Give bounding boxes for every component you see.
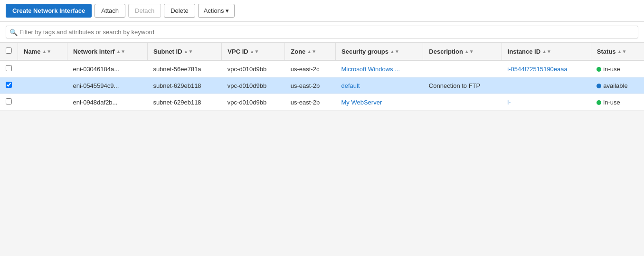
table-header-row: Name▲▼ Network interf▲▼ Subnet ID▲▼ VPC … [0,43,644,60]
sort-arrow-zone: ▲▼ [307,49,316,54]
th-network-interface[interactable]: Network interf▲▼ [67,43,147,60]
cell-zone: us-east-2b [285,77,336,94]
sort-arrow-sg: ▲▼ [390,49,399,54]
table-row[interactable]: eni-0948daf2b...subnet-629eb118vpc-d010d… [0,94,644,111]
cell-subnet-id: subnet-629eb118 [147,94,221,111]
cell-description [423,60,502,77]
row-checkbox-2[interactable] [6,98,12,104]
search-wrapper: 🔍 [6,26,638,38]
cell-instance-id: i- [502,94,591,111]
network-interfaces-table: Name▲▼ Network interf▲▼ Subnet ID▲▼ VPC … [0,43,644,111]
cell-name [18,94,67,111]
cell-subnet-id: subnet-56ee781a [147,60,221,77]
cell-instance-id: i-0544f72515190eaaa [502,60,591,77]
cell-vpc-id: vpc-d010d9bb [222,94,285,111]
cell-security-groups: My WebServer [336,94,423,111]
cell-vpc-id: vpc-d010d9bb [222,60,285,77]
th-description[interactable]: Description▲▼ [423,43,502,60]
actions-button[interactable]: Actions ▾ [198,4,235,18]
cell-description [423,94,502,111]
sort-arrow-eni: ▲▼ [116,49,125,54]
sort-arrow-subnet: ▲▼ [184,49,193,54]
cell-description: Connection to FTP [423,77,502,94]
cell-network-interface: eni-03046184a... [67,60,147,77]
cell-status: in-use [591,94,644,111]
cell-security-groups: default [336,77,423,94]
cell-status: in-use [591,60,644,77]
status-dot [597,100,601,105]
chevron-down-icon: ▾ [226,7,229,14]
sort-arrow-status: ▲▼ [617,49,627,54]
select-all-header[interactable] [0,43,18,60]
th-vpc-id[interactable]: VPC ID▲▼ [222,43,285,60]
cell-network-interface: eni-0948daf2b... [67,94,147,111]
cell-network-interface: eni-0545594c9... [67,77,147,94]
th-instance-id[interactable]: Instance ID▲▼ [502,43,591,60]
search-icon: 🔍 [9,28,18,36]
attach-button[interactable]: Attach [95,4,125,18]
search-input[interactable] [6,26,638,38]
search-bar: 🔍 [0,22,644,43]
cell-status: available [591,77,644,94]
table-row[interactable]: eni-03046184a...subnet-56ee781avpc-d010d… [0,60,644,77]
table-row[interactable]: eni-0545594c9...subnet-629eb118vpc-d010d… [0,77,644,94]
status-dot [597,67,601,72]
row-checkbox-0[interactable] [6,65,12,71]
cell-zone: us-east-2b [285,94,336,111]
delete-button[interactable]: Delete [164,4,195,18]
sort-arrow-desc: ▲▼ [464,49,474,54]
th-name[interactable]: Name▲▼ [18,43,67,60]
sort-arrow-name: ▲▼ [42,49,51,54]
status-dot [597,84,601,88]
sort-arrow-vpc: ▲▼ [250,49,259,54]
cell-name [18,60,67,77]
cell-subnet-id: subnet-629eb118 [147,77,221,94]
th-subnet-id[interactable]: Subnet ID▲▼ [147,43,221,60]
row-checkbox-1[interactable] [6,82,12,88]
create-network-interface-button[interactable]: Create Network Interface [6,4,92,18]
table-container: Name▲▼ Network interf▲▼ Subnet ID▲▼ VPC … [0,43,644,111]
th-security-groups[interactable]: Security groups▲▼ [336,43,423,60]
detach-button: Detach [128,4,161,18]
th-zone[interactable]: Zone▲▼ [285,43,336,60]
toolbar: Create Network Interface Attach Detach D… [0,0,644,22]
cell-zone: us-east-2c [285,60,336,77]
cell-instance-id [502,77,591,94]
sort-arrow-instance: ▲▼ [542,49,551,54]
select-all-checkbox[interactable] [6,47,12,54]
cell-security-groups: Microsoft Windows ... [336,60,423,77]
th-status[interactable]: Status▲▼ [591,43,644,60]
cell-vpc-id: vpc-d010d9bb [222,77,285,94]
cell-name [18,77,67,94]
